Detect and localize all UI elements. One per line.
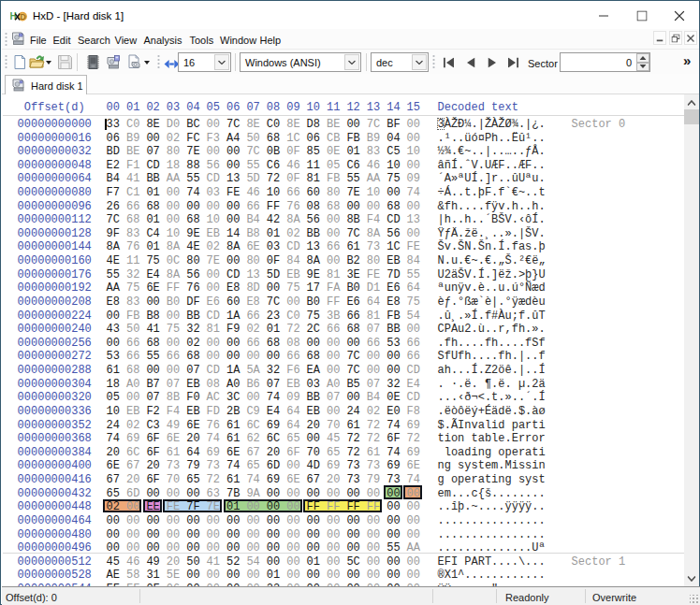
- byte-cell[interactable]: 01: [267, 227, 282, 241]
- byte-cell[interactable]: 65: [246, 459, 261, 473]
- decoded-text-cell[interactable]: em...c{š........: [438, 487, 546, 501]
- byte-cell[interactable]: 00: [226, 569, 241, 583]
- byte-cell[interactable]: FB: [327, 172, 342, 186]
- hex-row[interactable]: 00000000192AA756EFF7600E88D007517FAB0D1E…: [2, 281, 684, 295]
- byte-cell[interactable]: 0F: [286, 145, 301, 159]
- byte-cell[interactable]: E8: [246, 295, 261, 310]
- byte-cell[interactable]: AA: [407, 541, 422, 555]
- byte-cell[interactable]: 41: [126, 172, 141, 186]
- byte-cell[interactable]: 07: [186, 364, 201, 378]
- byte-cell[interactable]: EB: [286, 268, 301, 282]
- byte-cell[interactable]: FF: [267, 200, 282, 214]
- byte-cell[interactable]: 4D: [307, 459, 322, 473]
- byte-cell[interactable]: 55: [186, 172, 201, 186]
- decoded-text-cell[interactable]: ªunÿv.è..u.ú°Ñæd: [438, 281, 546, 295]
- decoded-text-cell[interactable]: ................: [438, 528, 546, 542]
- byte-cell[interactable]: 20: [146, 459, 161, 473]
- byte-cell[interactable]: FF: [307, 500, 322, 514]
- byte-cell[interactable]: 00: [307, 337, 322, 351]
- byte-cell[interactable]: F7: [107, 186, 122, 200]
- encoding-combobox[interactable]: Windows (ANSI): [240, 52, 361, 72]
- byte-cell[interactable]: 02: [207, 240, 222, 254]
- status-readonly[interactable]: Readonly: [505, 592, 548, 603]
- byte-cell[interactable]: 00: [226, 337, 241, 351]
- byte-cell[interactable]: 88: [186, 159, 201, 173]
- byte-cell[interactable]: 00: [167, 310, 182, 324]
- byte-cell[interactable]: BB: [307, 227, 322, 241]
- byte-cell[interactable]: EE: [146, 500, 161, 514]
- byte-cell[interactable]: 00: [327, 213, 342, 227]
- byte-cell[interactable]: 23: [267, 310, 282, 324]
- new-file-icon[interactable]: [12, 54, 28, 70]
- byte-cell[interactable]: E6: [346, 295, 361, 310]
- byte-cell[interactable]: 80: [167, 145, 182, 159]
- byte-cell[interactable]: D8: [307, 118, 322, 132]
- byte-cell[interactable]: 68: [186, 350, 201, 364]
- byte-cell[interactable]: 64: [407, 281, 422, 295]
- hex-row[interactable]: 00000000240435041753281F90201722C666807B…: [2, 323, 684, 337]
- byte-cell[interactable]: 00: [346, 337, 361, 351]
- byte-cell[interactable]: B0: [167, 295, 182, 310]
- byte-cell[interactable]: 74: [386, 419, 401, 433]
- byte-cell[interactable]: 58: [126, 569, 141, 583]
- byte-cell[interactable]: 49: [146, 555, 161, 569]
- byte-cell[interactable]: 00: [226, 541, 241, 555]
- byte-cell[interactable]: 65: [186, 473, 201, 487]
- byte-cell[interactable]: 32: [186, 323, 201, 337]
- byte-cell[interactable]: 72: [207, 473, 222, 487]
- open-file-icon[interactable]: [29, 54, 45, 70]
- byte-cell[interactable]: B9: [367, 132, 382, 146]
- byte-cell[interactable]: 00: [407, 159, 422, 173]
- byte-cell[interactable]: 07: [146, 145, 161, 159]
- byte-cell[interactable]: 00: [207, 281, 222, 295]
- byte-cell[interactable]: 64: [286, 419, 301, 433]
- byte-cell[interactable]: EB: [186, 378, 201, 392]
- byte-cell[interactable]: 00: [146, 514, 161, 528]
- byte-cell[interactable]: 75: [386, 172, 401, 186]
- byte-cell[interactable]: 8A: [107, 240, 122, 254]
- byte-cell[interactable]: 54: [407, 310, 422, 324]
- byte-cell[interactable]: 00: [246, 541, 261, 555]
- byte-cell[interactable]: CD: [386, 213, 401, 227]
- disk-image-dropdown-caret[interactable]: [144, 61, 150, 65]
- byte-cell[interactable]: 6E: [146, 281, 161, 295]
- byte-cell[interactable]: 76: [126, 240, 141, 254]
- decoded-text-cell[interactable]: èƒ.°ßæ`è|.°ÿædèu: [438, 295, 546, 310]
- byte-cell[interactable]: 00: [327, 528, 342, 542]
- byte-cell[interactable]: 00: [146, 132, 161, 146]
- byte-cell[interactable]: 32: [126, 268, 141, 282]
- byte-cell[interactable]: 8B: [346, 213, 361, 227]
- byte-cell[interactable]: 02: [167, 132, 182, 146]
- byte-cell[interactable]: 14: [226, 227, 241, 241]
- byte-cell[interactable]: 00: [367, 350, 382, 364]
- byte-cell[interactable]: 00: [126, 514, 141, 528]
- byte-cell[interactable]: 69: [407, 419, 422, 433]
- byte-cell[interactable]: E4: [146, 268, 161, 282]
- byte-cell[interactable]: F8: [407, 405, 422, 419]
- byte-cell[interactable]: E4: [407, 378, 422, 392]
- byte-cell[interactable]: 85: [307, 145, 322, 159]
- byte-cell[interactable]: 20: [307, 419, 322, 433]
- byte-cell[interactable]: 00: [107, 541, 122, 555]
- byte-cell[interactable]: 6E: [167, 432, 182, 446]
- byte-cell[interactable]: 00: [407, 569, 422, 583]
- byte-cell[interactable]: 61: [226, 432, 241, 446]
- byte-cell[interactable]: C3: [146, 419, 161, 433]
- byte-cell[interactable]: FB: [126, 310, 141, 324]
- byte-cell[interactable]: FB: [386, 310, 401, 324]
- decoded-text-cell[interactable]: ®X1^............: [438, 569, 546, 583]
- byte-cell[interactable]: 00: [246, 569, 261, 583]
- byte-cell[interactable]: 56: [207, 159, 222, 173]
- byte-cell[interactable]: 03: [307, 378, 322, 392]
- byte-cell[interactable]: F4: [367, 213, 382, 227]
- byte-cell[interactable]: 7E: [346, 186, 361, 200]
- byte-cell[interactable]: 00: [327, 514, 342, 528]
- byte-cell[interactable]: 00: [126, 391, 141, 405]
- byte-cell[interactable]: 6C: [246, 419, 261, 433]
- byte-cell[interactable]: AA: [367, 172, 382, 186]
- byte-cell[interactable]: 01: [346, 145, 361, 159]
- menu-item-search[interactable]: Search: [78, 33, 110, 48]
- byte-cell[interactable]: 5E: [167, 569, 182, 583]
- close-button[interactable]: [658, 2, 700, 29]
- byte-cell[interactable]: 68: [126, 364, 141, 378]
